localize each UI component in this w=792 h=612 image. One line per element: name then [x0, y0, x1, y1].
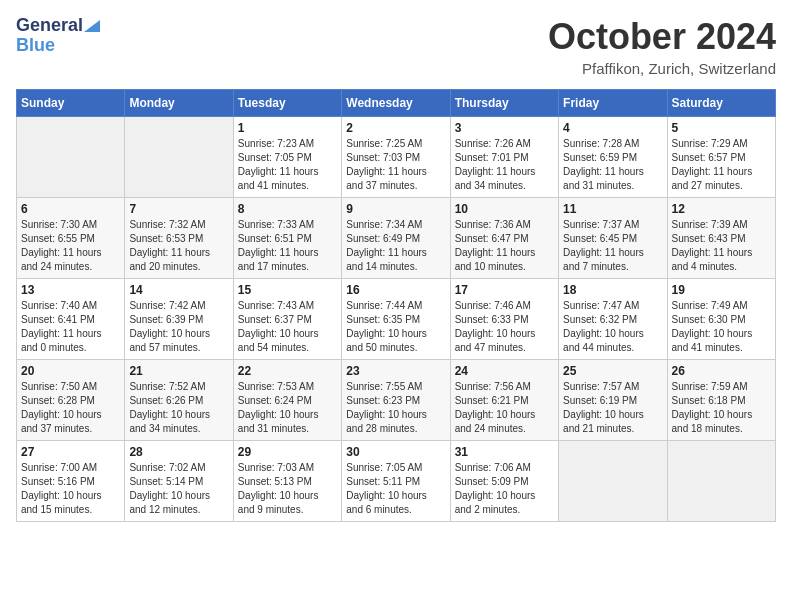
day-info: Sunrise: 7:55 AM Sunset: 6:23 PM Dayligh…: [346, 380, 445, 436]
day-number: 26: [672, 364, 771, 378]
day-info: Sunrise: 7:34 AM Sunset: 6:49 PM Dayligh…: [346, 218, 445, 274]
calendar-cell: 3Sunrise: 7:26 AM Sunset: 7:01 PM Daylig…: [450, 117, 558, 198]
day-number: 24: [455, 364, 554, 378]
day-info: Sunrise: 7:26 AM Sunset: 7:01 PM Dayligh…: [455, 137, 554, 193]
calendar-cell: 20Sunrise: 7:50 AM Sunset: 6:28 PM Dayli…: [17, 360, 125, 441]
day-info: Sunrise: 7:56 AM Sunset: 6:21 PM Dayligh…: [455, 380, 554, 436]
day-info: Sunrise: 7:25 AM Sunset: 7:03 PM Dayligh…: [346, 137, 445, 193]
day-number: 25: [563, 364, 662, 378]
calendar-cell: 21Sunrise: 7:52 AM Sunset: 6:26 PM Dayli…: [125, 360, 233, 441]
day-info: Sunrise: 7:33 AM Sunset: 6:51 PM Dayligh…: [238, 218, 337, 274]
day-info: Sunrise: 7:44 AM Sunset: 6:35 PM Dayligh…: [346, 299, 445, 355]
calendar-cell: 14Sunrise: 7:42 AM Sunset: 6:39 PM Dayli…: [125, 279, 233, 360]
day-number: 30: [346, 445, 445, 459]
day-info: Sunrise: 7:47 AM Sunset: 6:32 PM Dayligh…: [563, 299, 662, 355]
day-info: Sunrise: 7:00 AM Sunset: 5:16 PM Dayligh…: [21, 461, 120, 517]
calendar-cell: 6Sunrise: 7:30 AM Sunset: 6:55 PM Daylig…: [17, 198, 125, 279]
day-number: 28: [129, 445, 228, 459]
day-info: Sunrise: 7:28 AM Sunset: 6:59 PM Dayligh…: [563, 137, 662, 193]
calendar-cell: 8Sunrise: 7:33 AM Sunset: 6:51 PM Daylig…: [233, 198, 341, 279]
calendar-cell: 24Sunrise: 7:56 AM Sunset: 6:21 PM Dayli…: [450, 360, 558, 441]
day-info: Sunrise: 7:06 AM Sunset: 5:09 PM Dayligh…: [455, 461, 554, 517]
logo: General Blue: [16, 16, 100, 56]
calendar-header: SundayMondayTuesdayWednesdayThursdayFrid…: [17, 90, 776, 117]
day-number: 27: [21, 445, 120, 459]
logo-icon: [84, 16, 100, 32]
day-info: Sunrise: 7:29 AM Sunset: 6:57 PM Dayligh…: [672, 137, 771, 193]
day-number: 20: [21, 364, 120, 378]
day-number: 14: [129, 283, 228, 297]
calendar-cell: 1Sunrise: 7:23 AM Sunset: 7:05 PM Daylig…: [233, 117, 341, 198]
day-number: 7: [129, 202, 228, 216]
svg-marker-0: [84, 20, 100, 32]
day-info: Sunrise: 7:37 AM Sunset: 6:45 PM Dayligh…: [563, 218, 662, 274]
day-number: 2: [346, 121, 445, 135]
day-number: 17: [455, 283, 554, 297]
calendar-cell: 19Sunrise: 7:49 AM Sunset: 6:30 PM Dayli…: [667, 279, 775, 360]
day-number: 11: [563, 202, 662, 216]
calendar-cell: [125, 117, 233, 198]
calendar-week-row: 20Sunrise: 7:50 AM Sunset: 6:28 PM Dayli…: [17, 360, 776, 441]
calendar-cell: 4Sunrise: 7:28 AM Sunset: 6:59 PM Daylig…: [559, 117, 667, 198]
logo-general-text: General: [16, 16, 83, 36]
calendar-cell: 31Sunrise: 7:06 AM Sunset: 5:09 PM Dayli…: [450, 441, 558, 522]
day-number: 31: [455, 445, 554, 459]
day-number: 4: [563, 121, 662, 135]
day-info: Sunrise: 7:49 AM Sunset: 6:30 PM Dayligh…: [672, 299, 771, 355]
day-number: 23: [346, 364, 445, 378]
weekday-header: Tuesday: [233, 90, 341, 117]
calendar-cell: 11Sunrise: 7:37 AM Sunset: 6:45 PM Dayli…: [559, 198, 667, 279]
calendar-cell: 16Sunrise: 7:44 AM Sunset: 6:35 PM Dayli…: [342, 279, 450, 360]
day-number: 1: [238, 121, 337, 135]
calendar-cell: 15Sunrise: 7:43 AM Sunset: 6:37 PM Dayli…: [233, 279, 341, 360]
logo-blue-text: Blue: [16, 35, 55, 55]
day-info: Sunrise: 7:30 AM Sunset: 6:55 PM Dayligh…: [21, 218, 120, 274]
calendar-cell: 26Sunrise: 7:59 AM Sunset: 6:18 PM Dayli…: [667, 360, 775, 441]
calendar-cell: [559, 441, 667, 522]
calendar-cell: 10Sunrise: 7:36 AM Sunset: 6:47 PM Dayli…: [450, 198, 558, 279]
location-title: Pfaffikon, Zurich, Switzerland: [548, 60, 776, 77]
day-number: 3: [455, 121, 554, 135]
month-title: October 2024: [548, 16, 776, 58]
calendar-cell: 12Sunrise: 7:39 AM Sunset: 6:43 PM Dayli…: [667, 198, 775, 279]
day-info: Sunrise: 7:43 AM Sunset: 6:37 PM Dayligh…: [238, 299, 337, 355]
day-number: 8: [238, 202, 337, 216]
day-number: 19: [672, 283, 771, 297]
calendar-cell: [17, 117, 125, 198]
day-info: Sunrise: 7:53 AM Sunset: 6:24 PM Dayligh…: [238, 380, 337, 436]
day-number: 16: [346, 283, 445, 297]
day-info: Sunrise: 7:59 AM Sunset: 6:18 PM Dayligh…: [672, 380, 771, 436]
weekday-header: Friday: [559, 90, 667, 117]
calendar-body: 1Sunrise: 7:23 AM Sunset: 7:05 PM Daylig…: [17, 117, 776, 522]
day-number: 22: [238, 364, 337, 378]
day-info: Sunrise: 7:36 AM Sunset: 6:47 PM Dayligh…: [455, 218, 554, 274]
day-number: 9: [346, 202, 445, 216]
calendar-cell: 18Sunrise: 7:47 AM Sunset: 6:32 PM Dayli…: [559, 279, 667, 360]
day-info: Sunrise: 7:23 AM Sunset: 7:05 PM Dayligh…: [238, 137, 337, 193]
calendar-cell: 22Sunrise: 7:53 AM Sunset: 6:24 PM Dayli…: [233, 360, 341, 441]
calendar-week-row: 27Sunrise: 7:00 AM Sunset: 5:16 PM Dayli…: [17, 441, 776, 522]
calendar-cell: 30Sunrise: 7:05 AM Sunset: 5:11 PM Dayli…: [342, 441, 450, 522]
day-number: 13: [21, 283, 120, 297]
day-number: 5: [672, 121, 771, 135]
calendar-cell: 29Sunrise: 7:03 AM Sunset: 5:13 PM Dayli…: [233, 441, 341, 522]
weekday-header: Thursday: [450, 90, 558, 117]
calendar-cell: 7Sunrise: 7:32 AM Sunset: 6:53 PM Daylig…: [125, 198, 233, 279]
day-number: 21: [129, 364, 228, 378]
day-info: Sunrise: 7:57 AM Sunset: 6:19 PM Dayligh…: [563, 380, 662, 436]
calendar-cell: 2Sunrise: 7:25 AM Sunset: 7:03 PM Daylig…: [342, 117, 450, 198]
weekday-header: Sunday: [17, 90, 125, 117]
weekday-header: Monday: [125, 90, 233, 117]
day-number: 12: [672, 202, 771, 216]
day-number: 10: [455, 202, 554, 216]
day-info: Sunrise: 7:39 AM Sunset: 6:43 PM Dayligh…: [672, 218, 771, 274]
day-info: Sunrise: 7:50 AM Sunset: 6:28 PM Dayligh…: [21, 380, 120, 436]
day-info: Sunrise: 7:40 AM Sunset: 6:41 PM Dayligh…: [21, 299, 120, 355]
weekday-header: Wednesday: [342, 90, 450, 117]
page-header: General Blue October 2024 Pfaffikon, Zur…: [16, 16, 776, 77]
calendar-cell: 28Sunrise: 7:02 AM Sunset: 5:14 PM Dayli…: [125, 441, 233, 522]
calendar-cell: 25Sunrise: 7:57 AM Sunset: 6:19 PM Dayli…: [559, 360, 667, 441]
calendar-cell: 23Sunrise: 7:55 AM Sunset: 6:23 PM Dayli…: [342, 360, 450, 441]
day-number: 29: [238, 445, 337, 459]
calendar-table: SundayMondayTuesdayWednesdayThursdayFrid…: [16, 89, 776, 522]
